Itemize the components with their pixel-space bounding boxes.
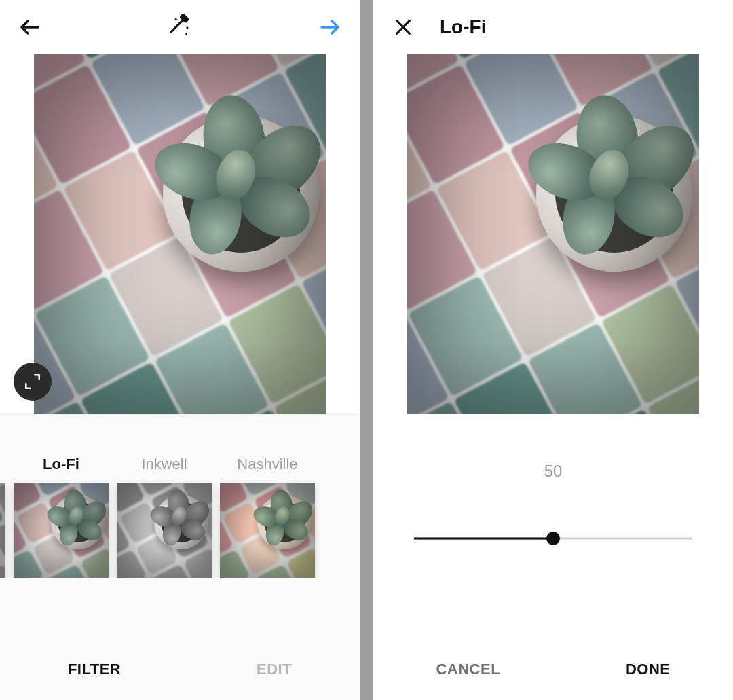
right-bottom-buttons: CANCEL DONE [373,639,733,700]
expand-crop-button[interactable] [14,363,52,401]
tab-filter[interactable]: FILTER [54,654,134,685]
right-header: Lo-Fi [373,0,733,54]
close-icon [392,16,414,38]
photo-preview[interactable] [34,54,326,414]
auto-enhance-button[interactable] [164,11,196,43]
filter-label: Inkwell [141,456,187,473]
svg-line-2 [171,20,183,32]
right-image-area [373,54,733,414]
slider-track-filled [414,538,553,540]
filter-thumbnail [117,483,212,578]
filter-item-willow[interactable]: w [0,456,5,578]
svg-point-5 [185,33,187,35]
pane-divider [360,0,373,700]
slider-area: 50 CANCEL DONE [373,414,733,700]
back-button[interactable] [14,11,46,43]
filter-thumbnail [14,483,109,578]
intensity-slider[interactable] [414,528,692,549]
slider-value-label: 50 [544,462,563,481]
expand-icon [24,373,41,390]
filter-strip[interactable]: wLo-FiInkwellNashville [0,415,360,578]
svg-point-3 [175,18,177,20]
filter-panel: wLo-FiInkwellNashville FILTER EDIT [0,414,360,700]
cancel-button[interactable]: CANCEL [422,654,514,685]
arrow-right-icon [318,15,342,39]
filter-label: Lo-Fi [43,456,79,473]
filter-adjust-screen: Lo-Fi 50 [373,0,733,700]
left-bottom-tabs: FILTER EDIT [0,639,360,700]
arrow-left-icon [18,15,42,39]
filter-name-title: Lo-Fi [440,16,486,38]
photo-preview-adjust[interactable] [407,54,699,414]
slider-knob[interactable] [546,532,560,545]
done-button[interactable]: DONE [612,654,684,685]
close-button[interactable] [387,11,419,43]
svg-point-4 [186,26,188,29]
filter-item-nashville[interactable]: Nashville [220,456,315,578]
left-header [0,0,360,54]
left-image-area [0,54,360,414]
filter-thumbnail [0,483,5,578]
magic-wand-icon [166,14,193,41]
filter-item-inkwell[interactable]: Inkwell [117,456,212,578]
filter-select-screen: wLo-FiInkwellNashville FILTER EDIT [0,0,360,700]
next-button[interactable] [314,11,346,43]
filter-label: Nashville [237,456,297,473]
filter-thumbnail [220,483,315,578]
filter-item-lofi[interactable]: Lo-Fi [14,456,109,578]
tab-edit[interactable]: EDIT [243,654,305,685]
